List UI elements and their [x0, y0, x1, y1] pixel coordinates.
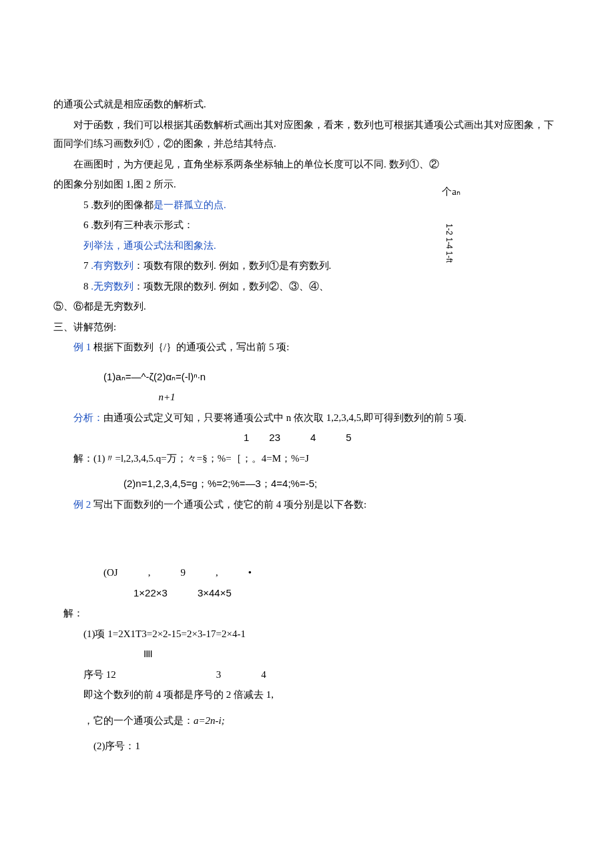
- item8-label: .无穷数列: [91, 281, 133, 292]
- analysis: 分析：由通项公式定义可知，只要将通项公式中 n 依次取 1,2,3,4,5,即可…: [53, 408, 561, 428]
- item8-text: ：项数无限的数列. 例如，数列②、③、④、: [133, 281, 329, 292]
- solve-line-2: (2)n=1,2,3,4,5=g；%=2;%=—3；4=4;%=-5;: [53, 474, 561, 494]
- example-1-label: 例 1: [73, 342, 93, 352]
- para-draw-note-b: 的图象分别如图 1,图 2 所示.: [53, 175, 561, 194]
- item5-text-a: .数列的图像都: [91, 199, 154, 210]
- list-item-6: 6 .数列有三种表示形式：: [53, 215, 561, 235]
- num-7: 7: [83, 260, 89, 271]
- formula-1: (1)aₙ=—^-ζ(2)αₙ=(-l)ⁿ·n: [53, 368, 561, 387]
- list-item-7: 7 .有穷数列：项数有限的数列. 例如，数列①是有穷数列.: [53, 256, 561, 276]
- solve-item-2: (2)序号：1: [53, 737, 561, 756]
- num-8: 8: [83, 281, 89, 292]
- solve-formula-expr: a=2n-i;: [194, 715, 225, 726]
- para-func-graph: 对于函数，我们可以根据其函数解析式画出其对应图象，看来，数列也可根据其通项公式画…: [53, 115, 561, 153]
- solve-seq: 序号 12 3 4: [53, 665, 561, 685]
- analysis-label: 分析：: [73, 412, 103, 423]
- solve-bars: IIII: [53, 644, 561, 664]
- oj-line-2: 1×22×3 3×44×5: [53, 584, 561, 603]
- num-5: 5: [83, 199, 89, 210]
- section-3-heading: 三、讲解范例:: [53, 318, 561, 337]
- item7-label: .有穷数列: [91, 260, 133, 271]
- item6-text: .数列有三种表示形式：: [91, 220, 194, 230]
- formula-1-main: (1)aₙ=—^-ζ(2)αₙ=(-l)ⁿ·n: [103, 371, 206, 382]
- num-6: 6: [83, 220, 89, 230]
- graph-y-label: 个aₙ: [442, 182, 460, 201]
- solve-formula: ，它的一个通项公式是：a=2n-i;: [53, 711, 561, 731]
- example-1-text: 根据下面数列｛/｝的通项公式，写出前 5 项:: [93, 342, 289, 352]
- para-draw-note-a: 在画图时，为方便起见，直角坐标系两条坐标轴上的单位长度可以不同. 数列①、②: [53, 155, 561, 174]
- item7-text: ：项数有限的数列. 例如，数列①是有穷数列.: [133, 260, 331, 271]
- list-item-5: 5 .数列的图像都是一群孤立的点.: [53, 195, 561, 215]
- number-row: 1 23 4 5: [53, 428, 561, 448]
- analysis-text: 由通项公式定义可知，只要将通项公式中 n 依次取 1,2,3,4,5,即可得到数…: [103, 412, 467, 423]
- example-1: 例 1 根据下面数列｛/｝的通项公式，写出前 5 项:: [53, 338, 561, 357]
- solve-line-1: 解：(1)〃=l,2,3,4,5.q=万；々=§；%=［；。4=M；%=J: [53, 449, 561, 468]
- para-intro-tail: 的通项公式就是相应函数的解析式.: [53, 95, 561, 114]
- example-2-text: 写出下面数列的一个通项公式，使它的前 4 项分别是以下各数:: [93, 499, 366, 510]
- item8-cont: ⑤、⑥都是无穷数列.: [53, 297, 561, 316]
- formula-1-denom: n+1: [53, 388, 561, 407]
- item5-text-b: 是一群孤立的点.: [154, 199, 226, 210]
- oj-line: (OJ , 9 , •: [53, 563, 561, 582]
- example-2-label: 例 2: [73, 499, 93, 510]
- item6-sub: 列举法，通项公式法和图象法.: [53, 236, 561, 256]
- solve-desc: 即这个数列的前 4 项都是序号的 2 倍减去 1,: [53, 685, 561, 705]
- list-item-8: 8 .无穷数列：项数无限的数列. 例如，数列②、③、④、: [53, 277, 561, 296]
- graph-ticks: 1-2 1-4 1-ft: [444, 224, 454, 263]
- solve-heading: 解：: [53, 604, 561, 623]
- example-2: 例 2 写出下面数列的一个通项公式，使它的前 4 项分别是以下各数:: [53, 495, 561, 514]
- solve-item-1: (1)项 1=2X1T3=2×2-15=2×3-17=2×4-1: [53, 624, 561, 644]
- item6-sub-text: 列举法，通项公式法和图象法.: [83, 240, 216, 251]
- solve-formula-prefix: ，它的一个通项公式是：: [83, 715, 194, 726]
